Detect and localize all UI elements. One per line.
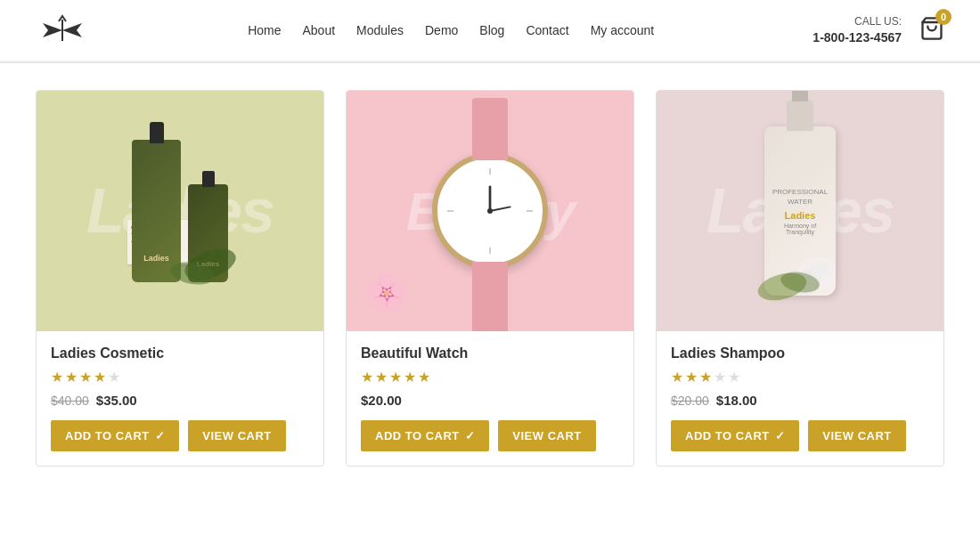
site-header: Home About Modules Demo Blog Contact My … [0, 0, 980, 62]
watch-price: $20.00 [361, 393, 619, 408]
star-2: ★ [685, 369, 698, 386]
product-image-cosmetic: Ladies CHANGETHISTEXT Ladies Ladies [37, 91, 323, 331]
leaf-decoration [166, 238, 237, 291]
flower-decoration: 🌸 [364, 272, 409, 313]
cosmetic-product-info: Ladies Cosmetic ★ ★ ★ ★ ★ $40.00 $35.00 … [37, 331, 323, 466]
star-1: ★ [671, 369, 683, 386]
nav-home[interactable]: Home [248, 23, 281, 37]
header-right: CALL US: 1-800-123-4567 0 [813, 14, 944, 46]
cosmetic-add-to-cart-button[interactable]: ADD TO CART ✓ [51, 420, 179, 451]
product-card-watch: Beauty [346, 90, 634, 467]
shampoo-btn-row: ADD TO CART ✓ VIEW CART [671, 420, 929, 451]
nav-account[interactable]: My account [591, 23, 655, 37]
checkmark-icon: ✓ [465, 429, 476, 442]
watch-strap-bottom [472, 262, 508, 331]
watch-stars: ★ ★ ★ ★ ★ [361, 369, 619, 386]
shampoo-price: $20.00 $18.00 [671, 393, 929, 408]
star-4: ★ [94, 369, 106, 386]
star-5: ★ [108, 369, 120, 386]
shampoo-original-price: $20.00 [671, 394, 709, 408]
cosmetic-price: $40.00 $35.00 [51, 393, 309, 408]
products-section: Ladies CHANGETHISTEXT Ladies Ladies [0, 63, 980, 493]
call-us-label: CALL US: [813, 14, 902, 29]
call-us-info: CALL US: 1-800-123-4567 [813, 14, 902, 46]
nav-modules[interactable]: Modules [356, 23, 404, 37]
shampoo-product-info: Ladies Shampoo ★ ★ ★ ★ ★ $20.00 $18.00 A… [657, 331, 943, 466]
cosmetic-sale-price: $35.00 [96, 393, 137, 408]
cosmetic-image-mockup: CHANGETHISTEXT Ladies Ladies [114, 122, 246, 300]
cosmetic-btn-row: ADD TO CART ✓ VIEW CART [51, 420, 309, 451]
star-1: ★ [51, 369, 63, 386]
cart-count-badge: 0 [935, 9, 951, 25]
star-1: ★ [361, 369, 373, 386]
watch-strap-top [472, 98, 508, 160]
star-4: ★ [714, 369, 726, 386]
watch-btn-row: ADD TO CART ✓ VIEW CART [361, 420, 619, 451]
watch-product-info: Beautiful Watch ★ ★ ★ ★ ★ $20.00 ADD TO … [347, 331, 633, 466]
star-3: ★ [389, 369, 402, 386]
shampoo-sale-price: $18.00 [716, 393, 757, 408]
watch-view-cart-button[interactable]: VIEW CART [498, 420, 595, 451]
shampoo-stars: ★ ★ ★ ★ ★ [671, 369, 929, 386]
checkmark-icon: ✓ [155, 429, 166, 442]
cosmetic-product-name: Ladies Cosmetic [51, 345, 309, 361]
watch-image-mockup [432, 91, 548, 331]
cosmetic-stars: ★ ★ ★ ★ ★ [51, 369, 309, 386]
watch-product-name: Beautiful Watch [361, 345, 619, 361]
cosmetic-view-cart-button[interactable]: VIEW CART [188, 420, 285, 451]
cosmetic-original-price: $40.00 [51, 394, 89, 408]
star-3: ★ [699, 369, 712, 386]
shampoo-leaves-deco [755, 251, 827, 304]
watch-face [432, 153, 548, 269]
svg-line-9 [490, 207, 510, 211]
shampoo-product-name: Ladies Shampoo [671, 345, 929, 361]
site-logo[interactable] [36, 12, 89, 48]
products-grid: Ladies CHANGETHISTEXT Ladies Ladies [36, 90, 944, 467]
star-2: ★ [375, 369, 388, 386]
product-image-shampoo: Ladies PROFESSIONALWATER Ladies Harmony … [657, 91, 943, 331]
phone-number: 1-800-123-4567 [813, 29, 902, 47]
watch-add-to-cart-button[interactable]: ADD TO CART ✓ [361, 420, 489, 451]
product-image-watch: Beauty [347, 91, 633, 331]
star-5: ★ [418, 369, 430, 386]
watch-sale-price: $20.00 [361, 393, 402, 408]
star-3: ★ [79, 369, 92, 386]
star-2: ★ [65, 369, 78, 386]
shampoo-view-cart-button[interactable]: VIEW CART [808, 420, 905, 451]
star-5: ★ [728, 369, 740, 386]
product-card-cosmetic: Ladies CHANGETHISTEXT Ladies Ladies [36, 90, 324, 467]
star-4: ★ [404, 369, 416, 386]
checkmark-icon: ✓ [775, 429, 786, 442]
shampoo-add-to-cart-button[interactable]: ADD TO CART ✓ [671, 420, 799, 451]
product-card-shampoo: Ladies PROFESSIONALWATER Ladies Harmony … [656, 90, 944, 467]
nav-blog[interactable]: Blog [479, 23, 504, 37]
nav-about[interactable]: About [302, 23, 335, 37]
main-nav: Home About Modules Demo Blog Contact My … [248, 23, 654, 37]
cart-button[interactable]: 0 [919, 16, 944, 45]
nav-demo[interactable]: Demo [425, 23, 458, 37]
shampoo-image-mockup: PROFESSIONALWATER Ladies Harmony of Tran… [747, 109, 853, 313]
nav-contact[interactable]: Contact [526, 23, 568, 37]
